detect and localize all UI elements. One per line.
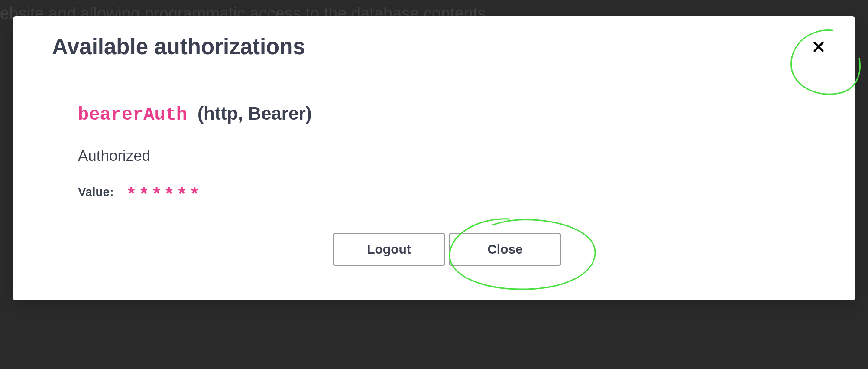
modal-body: bearerAuth (http, Bearer) Authorized Val… xyxy=(13,77,855,300)
button-row: Logout Close xyxy=(78,233,816,266)
auth-value-masked: ****** xyxy=(126,185,201,206)
authorization-modal: Available authorizations bearerAuth (htt… xyxy=(13,16,855,300)
auth-scheme-name: bearerAuth xyxy=(78,104,187,125)
modal-backdrop: Available authorizations bearerAuth (htt… xyxy=(0,0,868,369)
auth-name-row: bearerAuth (http, Bearer) xyxy=(78,103,816,125)
close-modal-button[interactable]: Close xyxy=(449,233,561,266)
close-icon xyxy=(813,41,825,53)
auth-value-row: Value: ****** xyxy=(78,182,816,202)
modal-header: Available authorizations xyxy=(13,16,855,77)
logout-button[interactable]: Logout xyxy=(333,233,445,266)
modal-title: Available authorizations xyxy=(52,34,305,59)
auth-scheme-type: (http, Bearer) xyxy=(198,103,312,124)
auth-status: Authorized xyxy=(78,147,816,164)
close-button[interactable] xyxy=(808,36,829,57)
auth-value-label: Value: xyxy=(78,185,113,199)
